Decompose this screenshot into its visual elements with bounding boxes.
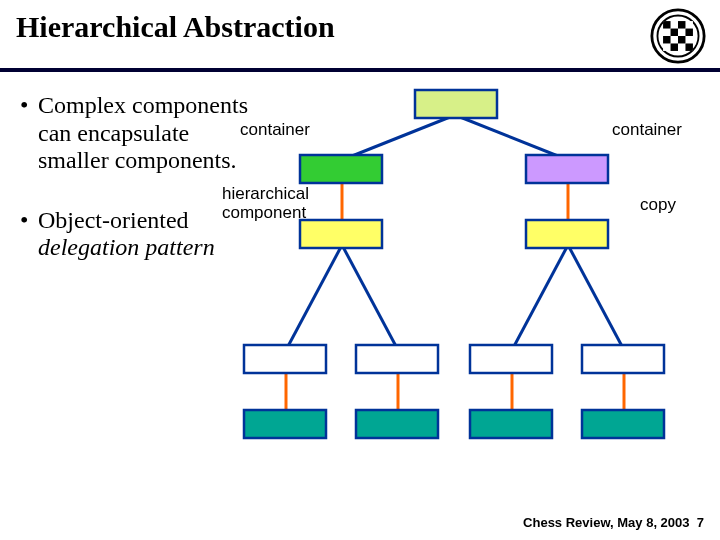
svg-line-15	[286, 245, 342, 350]
label-container-left: container	[240, 120, 320, 140]
node-l4-3	[470, 345, 552, 373]
svg-rect-5	[671, 29, 678, 36]
label-container-right: container	[612, 120, 702, 140]
slide: Hierarchical Abstraction • Complex compo…	[0, 0, 720, 540]
bullet-item: • Complex components can encapsulate sma…	[20, 92, 250, 175]
node-hier-right	[526, 220, 608, 248]
label-hierarchical-component: hierarchical component	[222, 185, 332, 222]
node-container-left	[300, 155, 382, 183]
node-l5-4	[582, 410, 664, 438]
node-l4-4	[582, 345, 664, 373]
bullet-dot-icon: •	[20, 92, 38, 175]
svg-rect-4	[678, 21, 685, 28]
bullet-dot-icon: •	[20, 207, 38, 262]
node-container-right	[526, 155, 608, 183]
footer-text: Chess Review, May 8, 2003	[523, 515, 689, 530]
title-divider	[0, 68, 720, 72]
node-root	[415, 90, 497, 118]
node-l4-1	[244, 345, 326, 373]
svg-rect-10	[685, 43, 692, 50]
svg-line-16	[342, 245, 398, 350]
svg-line-17	[512, 245, 568, 350]
node-hier-left	[300, 220, 382, 248]
svg-line-18	[568, 245, 624, 350]
bullet-text: Complex components can encapsulate small…	[38, 92, 250, 175]
chess-logo	[650, 8, 706, 64]
bullet-list: • Complex components can encapsulate sma…	[20, 92, 250, 294]
node-l5-1	[244, 410, 326, 438]
svg-line-11	[342, 115, 455, 160]
svg-rect-8	[678, 36, 685, 43]
node-l5-3	[470, 410, 552, 438]
svg-rect-9	[671, 43, 678, 50]
svg-rect-6	[685, 29, 692, 36]
node-l5-2	[356, 410, 438, 438]
bullet-item: • Object-oriented delegation pattern	[20, 207, 250, 262]
slide-footer: Chess Review, May 8, 2003 7	[523, 515, 704, 530]
svg-rect-7	[663, 36, 670, 43]
svg-line-12	[455, 115, 568, 160]
svg-rect-3	[663, 21, 670, 28]
node-l4-2	[356, 345, 438, 373]
slide-title: Hierarchical Abstraction	[16, 10, 335, 44]
bullet-text: Object-oriented delegation pattern	[38, 207, 250, 262]
footer-page-number: 7	[697, 515, 704, 530]
label-copy: copy	[640, 195, 700, 215]
